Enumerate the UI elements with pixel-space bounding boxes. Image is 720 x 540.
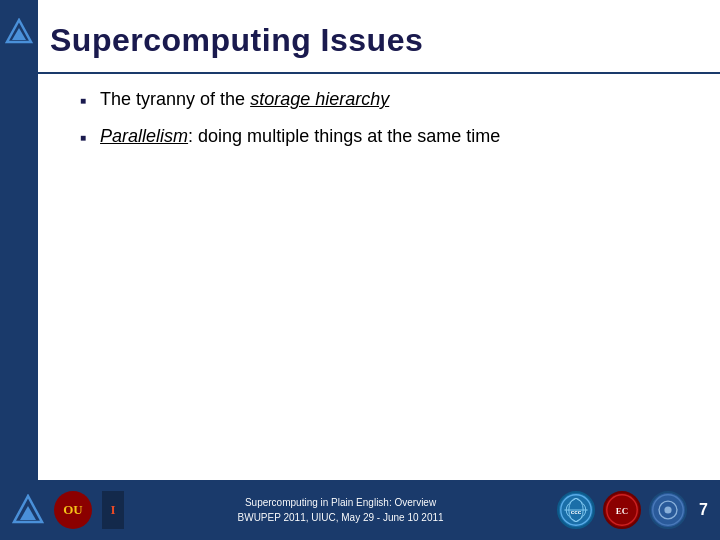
footer-right-logos: ccc EC [557,491,687,529]
svg-text:EC: EC [616,506,628,516]
bullet-text-1: The tyranny of the storage hierarchy [100,87,389,112]
bullet-icon-1: ■ [80,94,86,108]
svg-point-12 [665,506,672,513]
round-logo-svg [651,492,685,528]
left-bar [0,0,38,540]
ccc-logo-svg: ccc [559,492,593,528]
page-number: 7 [699,501,708,519]
slide: Supercomputing Issues ■ The tyranny of t… [0,0,720,540]
round-logo [649,491,687,529]
parallelism-text: Parallelism [100,126,188,146]
triangle-logo-footer [12,494,44,526]
ou-logo: OU [54,491,92,529]
uiuc-logo-text: I [110,502,115,518]
footer-line2: BWUPEP 2011, UIUC, May 29 - June 10 2011 [124,510,557,525]
storage-hierarchy-text: storage hierarchy [250,89,389,109]
footer-line1: Supercomputing in Plain English: Overvie… [124,495,557,510]
bullet-item-2: ■ Parallelism: doing multiple things at … [80,124,720,149]
svg-text:ccc: ccc [571,508,582,515]
uiuc-logo: I [102,491,124,529]
footer: OU I Supercomputing in Plain English: Ov… [0,480,720,540]
ec-logo-svg: EC [605,492,639,528]
triangle-logo-left [5,18,33,46]
footer-text: Supercomputing in Plain English: Overvie… [124,495,557,525]
ou-logo-text: OU [63,502,83,518]
divider-line [38,72,720,74]
footer-left-logos: OU I [12,491,124,529]
bullet-icon-2: ■ [80,131,86,145]
bullet-text-2: Parallelism: doing multiple things at th… [100,124,500,149]
ccc-logo: ccc [557,491,595,529]
title-area: Supercomputing Issues [50,22,720,59]
content-area: ■ The tyranny of the storage hierarchy ■… [80,87,720,540]
bullet-item-1: ■ The tyranny of the storage hierarchy [80,87,720,112]
slide-title: Supercomputing Issues [50,22,720,59]
ec-logo: EC [603,491,641,529]
